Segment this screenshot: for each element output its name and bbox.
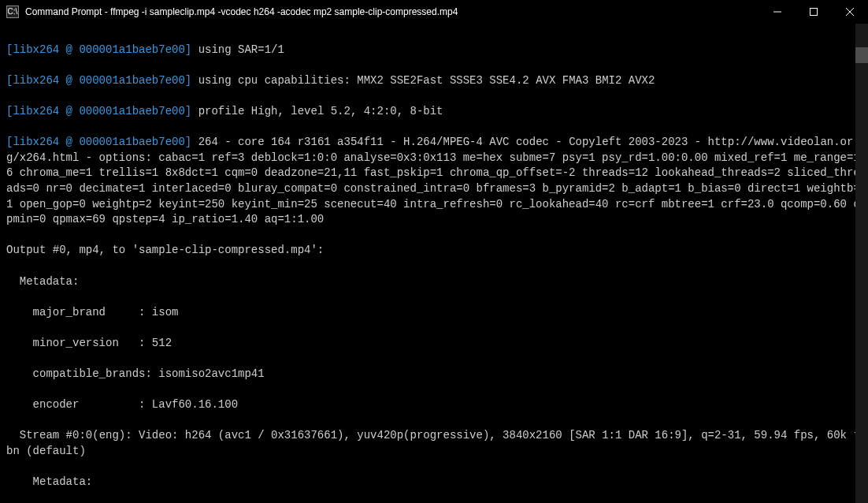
close-button[interactable] <box>832 0 868 24</box>
window-controls <box>759 0 868 24</box>
stream-line: Stream #0:0(eng): Video: h264 (avc1 / 0x… <box>6 428 862 459</box>
svg-rect-1 <box>811 9 818 16</box>
metadata-label: Metadata: <box>6 475 862 490</box>
output-header: Output #0, mp4, to 'sample-clip-compress… <box>6 243 862 259</box>
minimize-button[interactable] <box>759 0 796 24</box>
maximize-button[interactable] <box>796 0 832 24</box>
scrollbar-thumb[interactable] <box>855 47 868 63</box>
log-line: [libx264 @ 000001a1baeb7e00] using cpu c… <box>6 73 862 89</box>
metadata-label: Metadata: <box>6 274 862 290</box>
metadata-entry: major_brand : isom <box>6 305 862 321</box>
metadata-entry: compatible_brands: isomiso2avc1mp41 <box>6 367 862 382</box>
terminal-output[interactable]: [libx264 @ 000001a1baeb7e00] using SAR=1… <box>0 24 868 503</box>
log-line: [libx264 @ 000001a1baeb7e00] using SAR=1… <box>6 43 862 58</box>
log-line: [libx264 @ 000001a1baeb7e00] 264 - core … <box>6 135 862 228</box>
metadata-entry: encoder : Lavf60.16.100 <box>6 397 862 413</box>
metadata-entry: minor_version : 512 <box>6 336 862 352</box>
log-line: [libx264 @ 000001a1baeb7e00] profile Hig… <box>6 104 862 120</box>
window-titlebar: C:\ Command Prompt - ffmpeg -i samplecli… <box>0 0 868 24</box>
window-title: Command Prompt - ffmpeg -i sampleclip.mp… <box>25 6 759 19</box>
cmd-icon: C:\ <box>6 6 19 18</box>
scrollbar-track[interactable] <box>855 24 868 503</box>
